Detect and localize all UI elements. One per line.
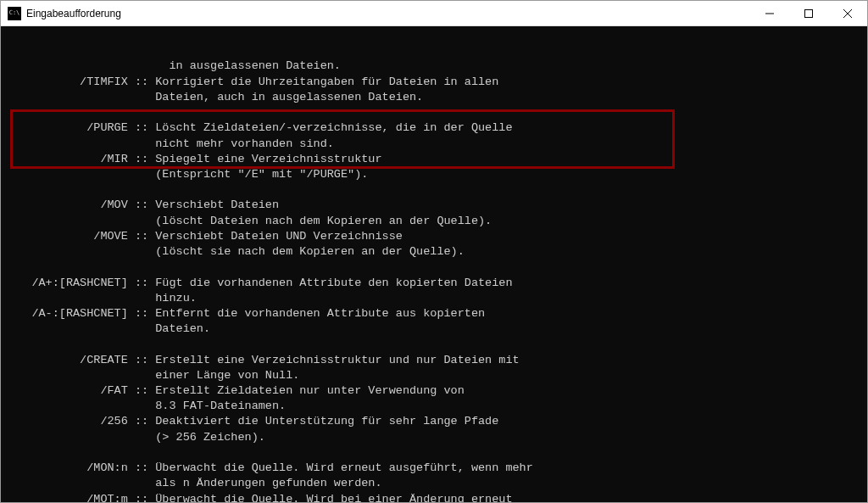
terminal-line: /MOV :: Verschiebt Dateien [4,198,864,213]
terminal-line: /TIMFIX :: Korrigiert die Uhrzeitangaben… [4,75,864,90]
window-title: Eingabeaufforderung [26,8,750,20]
terminal-line: (löscht sie nach dem Kopieren an der Que… [4,244,864,260]
terminal-line: als n Änderungen gefunden werden. [4,476,864,491]
terminal-line: 8.3 FAT-Dateinamen. [4,399,864,414]
command-prompt-window: Eingabeaufforderung in ausgelassenen Dat… [0,0,868,503]
terminal-line: /CREATE :: Erstellt eine Verzeichnisstru… [4,353,864,368]
terminal-line: /MOT:m :: Überwacht die Quelle. Wird bei… [4,492,864,502]
terminal-line [4,260,864,275]
window-controls [750,1,867,25]
terminal-line: (Entspricht "/E" mit "/PURGE"). [4,167,864,182]
terminal-line: (> 256 Zeichen). [4,430,864,445]
minimize-button[interactable] [750,1,789,25]
terminal-line: /FAT :: Erstellt Zieldateien nur unter V… [4,383,864,399]
terminal-line: in ausgelassenen Dateien. [4,59,864,74]
terminal-output[interactable]: in ausgelassenen Dateien. /TIMFIX :: Kor… [1,26,867,502]
terminal-line: Dateien. [4,321,864,337]
terminal-line: /256 :: Deaktiviert die Unterstützung fü… [4,414,864,429]
maximize-button[interactable] [789,1,828,25]
terminal-line: /A-:[RASHCNET] :: Entfernt die vorhanden… [4,306,864,321]
terminal-line [4,445,864,461]
terminal-line [4,105,864,120]
terminal-line: /A+:[RASHCNET] :: Fügt die vorhandenen A… [4,276,864,291]
svg-rect-1 [805,9,813,17]
terminal-line: einer Länge von Null. [4,368,864,383]
terminal-line: /MOVE :: Verschiebt Dateien UND Verzeich… [4,229,864,244]
terminal-line: Dateien, auch in ausgelassenen Dateien. [4,90,864,105]
terminal-line [4,182,864,198]
close-button[interactable] [828,1,867,25]
terminal-line: /MIR :: Spiegelt eine Verzeichnisstruktu… [4,152,864,167]
terminal-line: nicht mehr vorhanden sind. [4,137,864,152]
terminal-line: /PURGE :: Löscht Zieldateien/-verzeichni… [4,120,864,136]
titlebar[interactable]: Eingabeaufforderung [1,1,867,26]
terminal-line: /MON:n :: Überwacht die Quelle. Wird ern… [4,461,864,476]
terminal-line: hinzu. [4,291,864,306]
terminal-line [4,337,864,352]
app-icon [8,7,21,20]
terminal-line: (löscht Dateien nach dem Kopieren an der… [4,214,864,229]
